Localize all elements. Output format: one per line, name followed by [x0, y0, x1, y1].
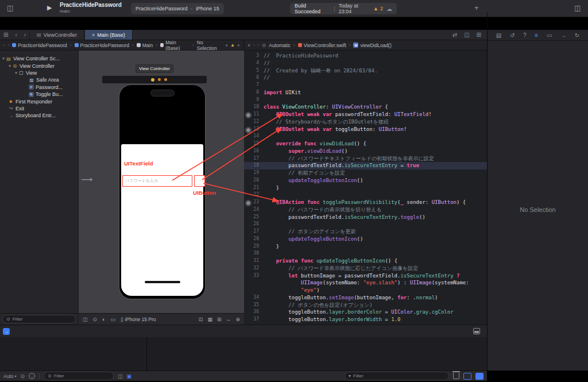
warning-icon[interactable]: ▲: [230, 43, 235, 48]
code-line[interactable]: 30: [244, 250, 487, 257]
code-line[interactable]: 34 toggleButton.setImage(buttonImage, fo…: [244, 294, 487, 302]
code-line[interactable]: 35 // ボタンの色を設定(オプション): [244, 302, 487, 309]
inspector-toggle-icon[interactable]: ◫: [574, 4, 581, 12]
add-editor-icon[interactable]: ⊞: [477, 32, 481, 38]
code-line[interactable]: 6//: [244, 74, 487, 82]
breakpoint-toggle-icon[interactable]: →: [3, 328, 10, 335]
quick-help-icon[interactable]: ?: [523, 32, 527, 38]
console-filter-input[interactable]: ▾ Filter: [345, 372, 449, 380]
code-line[interactable]: 13 @IBOutlet weak var toggleButton: UIBu…: [244, 126, 487, 133]
breadcrumb-item[interactable]: PracticeHidePassword: [75, 43, 130, 48]
code-line[interactable]: 20 updateToggleButtonIcon(): [244, 177, 487, 184]
connection-well-icon[interactable]: [246, 200, 251, 206]
variables-filter-input[interactable]: ⊙ Filter: [44, 372, 114, 380]
related-items-icon[interactable]: ⊞: [0, 30, 11, 40]
code-line[interactable]: 5// Created by 福嶋一希 on 2024/03/04.: [244, 67, 487, 75]
attributes-inspector-icon[interactable]: ≡: [535, 32, 538, 38]
variables-pane-toggle-icon[interactable]: [463, 373, 471, 380]
embed-icon[interactable]: ↔: [226, 317, 231, 322]
navigator-toggle-icon[interactable]: ◫: [7, 4, 13, 12]
code-line[interactable]: 37 toggleButton.layer.borderWidth = 1.0: [244, 316, 487, 323]
code-line[interactable]: 8import UIKit: [244, 89, 487, 97]
library-add-button[interactable]: +: [474, 3, 479, 12]
code-line[interactable]: 25 passwordTextField.isSecureTextEntry.t…: [244, 214, 487, 221]
breadcrumb-item[interactable]: No Selection: [197, 40, 222, 51]
exit-dock-icon[interactable]: [164, 78, 167, 81]
forward-icon[interactable]: ›: [8, 43, 10, 48]
tab-viewcontroller[interactable]: ▤ ViewController: [29, 30, 84, 40]
hide-debug-area-icon[interactable]: [473, 328, 480, 334]
code-line[interactable]: 4//: [244, 60, 487, 67]
auto-variables-dropdown[interactable]: Auto ▾: [3, 373, 17, 379]
outline-item-safe-area[interactable]: ▩Safe Area: [0, 76, 78, 83]
next-issue-icon[interactable]: ▸: [238, 43, 240, 48]
connection-well-icon[interactable]: [246, 128, 251, 133]
scene-dock[interactable]: [102, 76, 207, 83]
focus-icon[interactable]: ⊙: [93, 317, 98, 322]
code-line[interactable]: 16 super.viewDidLoad(): [244, 148, 487, 155]
breadcrumb-item[interactable]: Main: [137, 43, 153, 48]
outline-item-storyboard-entr[interactable]: →Storyboard Entr...: [0, 112, 78, 119]
outline-item-view[interactable]: ▾▢View: [0, 70, 78, 76]
code-line[interactable]: 22: [244, 191, 487, 199]
breadcrumb-automatic[interactable]: Automatic: [269, 43, 291, 48]
code-line[interactable]: 7: [244, 82, 487, 89]
connections-inspector-icon[interactable]: →: [560, 32, 566, 38]
info-icon[interactable]: i: [29, 373, 35, 379]
view-controller-dock-icon[interactable]: [151, 78, 154, 82]
toggle-visibility-button[interactable]: [194, 175, 205, 187]
iphone-mockup[interactable]: UITextField パスワードを入力 UIButton: [119, 84, 206, 299]
outline-item-first-responder[interactable]: ■First Responder: [0, 98, 78, 105]
resolve-layout-icon[interactable]: ⊞: [217, 317, 222, 322]
editor-swap-icon[interactable]: ⇄: [452, 32, 457, 38]
constraints-align-icon[interactable]: ⊡: [199, 317, 203, 322]
activity-status[interactable]: Build Succeeded | Today at 23:04 ▲ 2 ☁: [290, 3, 397, 14]
breadcrumb-item[interactable]: PracticeHidePassword: [12, 43, 67, 48]
code-line[interactable]: 18 passwordTextField.isSecureTextEntry =…: [244, 162, 487, 169]
forward-icon[interactable]: ›: [258, 43, 260, 48]
tab-main-base[interactable]: × Main (Base): [84, 30, 133, 40]
zoom-icon[interactable]: ⊕: [235, 317, 240, 322]
console-pane-toggle-icon[interactable]: [475, 373, 483, 380]
outline-item-toggle-bu[interactable]: BToggle Bu...: [0, 91, 78, 98]
panel-icon[interactable]: ◫: [83, 317, 88, 322]
scheme-selector[interactable]: PracticeHidePassword › iPhone 15: [131, 3, 224, 14]
debug-pane-divider[interactable]: [146, 337, 147, 371]
entry-point-arrow-icon[interactable]: ⟶: [81, 175, 92, 184]
code-line[interactable]: 21 }: [244, 184, 487, 192]
code-line[interactable]: 33 let buttonImage = passwordTextField.i…: [244, 272, 487, 280]
code-line[interactable]: 19 // 初期アイコンを設定: [244, 169, 487, 177]
code-line[interactable]: 17 // パスワードテキストフィールドの初期状態を非表示に設定: [244, 155, 487, 163]
disclosure-triangle-icon[interactable]: ▾: [1, 56, 6, 61]
code-line[interactable]: 31 private func updateToggleButtonIcon()…: [244, 257, 487, 265]
constraints-pin-icon[interactable]: ▦: [207, 317, 212, 322]
disclosure-triangle-icon[interactable]: ▾: [14, 71, 18, 75]
scope-icon[interactable]: ⊙: [21, 373, 25, 379]
close-tab-icon[interactable]: ×: [92, 32, 95, 38]
connection-well-icon[interactable]: [246, 113, 251, 118]
code-line[interactable]: 27 // ボタンのアイコンを更新: [244, 228, 487, 236]
password-text-field[interactable]: パスワードを入力: [122, 175, 192, 187]
device-selector[interactable]: ▯ iPhone 15 Pro: [121, 317, 156, 322]
outline-item-password[interactable]: FPassword...: [0, 84, 78, 91]
code-line[interactable]: 24 // パスワードの表示状態を切り替える: [244, 206, 487, 214]
code-line[interactable]: 9: [244, 97, 487, 104]
panel-divider[interactable]: [487, 13, 488, 371]
previous-issue-icon[interactable]: ◂: [225, 43, 227, 48]
editor-options-icon[interactable]: ◫: [464, 32, 469, 38]
outline-filter-input[interactable]: ⊙ Filter: [2, 315, 76, 323]
breadcrumb-symbol[interactable]: M viewDidLoad(): [353, 43, 391, 48]
appearance-icon[interactable]: ◐: [102, 317, 105, 322]
code-line[interactable]: 3// PracticeHidePassword: [244, 52, 487, 60]
code-line[interactable]: UIImage(systemName: "eye.slash") : UIIma…: [244, 279, 487, 287]
code-line[interactable]: 11 @IBOutlet weak var passwordTextField:…: [244, 111, 487, 118]
clear-console-icon[interactable]: [453, 373, 459, 379]
stack-frame-icon[interactable]: ◫: [118, 373, 123, 379]
outline-item-exit[interactable]: ↪Exit: [0, 105, 78, 112]
close-editor-icon[interactable]: ×: [247, 43, 250, 48]
outline-item-view-controller-sc[interactable]: ▾▤View Controller Sc...: [0, 55, 78, 62]
size-inspector-icon[interactable]: ▭: [547, 32, 552, 38]
file-inspector-icon[interactable]: ▤: [496, 32, 501, 38]
orientation-icon[interactable]: ▭: [111, 317, 116, 322]
console-mode-icon[interactable]: ▣: [127, 373, 132, 379]
